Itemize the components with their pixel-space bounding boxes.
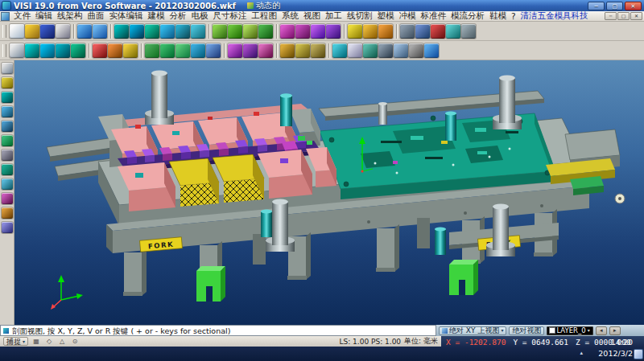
postprocess-icon[interactable] — [378, 43, 393, 58]
taskbar-clock[interactable]: 14:20 2012/3/2 — [598, 337, 633, 359]
menu-item-14[interactable]: 线切割 — [345, 10, 375, 22]
layer-manager-icon[interactable] — [2, 207, 13, 219]
mdi-close-button[interactable]: ✕ — [630, 12, 642, 20]
save-icon[interactable] — [40, 24, 55, 39]
analysis-icon[interactable] — [415, 24, 430, 39]
menu-item-3[interactable]: 线架构 — [55, 10, 85, 22]
boolean-union-icon[interactable] — [326, 24, 341, 39]
calculator-icon[interactable] — [409, 43, 423, 58]
shaded-cube-icon[interactable] — [130, 24, 144, 39]
menu-item-5[interactable]: 实体编辑 — [107, 10, 146, 22]
attributes-icon[interactable] — [2, 222, 13, 233]
ejector-icon[interactable] — [206, 43, 221, 58]
point-icon[interactable] — [378, 24, 393, 39]
datum-plane-icon[interactable] — [348, 24, 362, 39]
punch-icon[interactable] — [243, 43, 258, 58]
cone-icon[interactable] — [191, 24, 205, 39]
menu-item-10[interactable]: 工程图 — [250, 10, 280, 22]
close-button[interactable]: ✕ — [625, 2, 642, 10]
rectangle-icon[interactable] — [71, 43, 85, 58]
print-icon[interactable] — [56, 24, 70, 39]
cooling-icon[interactable] — [191, 43, 205, 58]
viewport-canvas[interactable]: FORK FORK — [14, 60, 644, 325]
mdi-minimize-button[interactable]: ─ — [605, 12, 617, 20]
command-prompt[interactable]: 剖面视图, 按 X, Y, Z, V or R 按键 ( + or - keys… — [0, 325, 436, 336]
absolute-xy-view-button[interactable]: 绝对 XY 上视图 ▾ — [439, 326, 506, 335]
die-plate-icon[interactable] — [258, 43, 273, 58]
sphere-icon[interactable] — [160, 24, 175, 39]
minimize-button[interactable]: ─ — [588, 2, 605, 10]
menu-item-6[interactable]: 建模 — [146, 10, 167, 22]
layer-next-button[interactable]: ▸ — [609, 326, 621, 335]
tray-expand-icon[interactable]: ▴ — [580, 350, 583, 356]
loft-icon[interactable] — [258, 24, 273, 39]
previous-view-icon[interactable] — [2, 150, 13, 161]
cylinder-icon[interactable] — [175, 24, 190, 39]
toolpath-icon[interactable] — [363, 43, 378, 58]
strip-layout-icon[interactable] — [228, 43, 242, 58]
layers-icon[interactable] — [446, 24, 460, 39]
redo-icon[interactable] — [93, 24, 107, 39]
wireframe-mode-icon[interactable] — [2, 178, 13, 190]
absolute-view-button[interactable]: 绝对视图 — [509, 326, 544, 335]
rotate-view-icon[interactable] — [2, 92, 13, 103]
zoom-in-icon[interactable] — [2, 106, 13, 117]
extrude-icon[interactable] — [213, 24, 227, 39]
menu-item-8[interactable]: 电极 — [189, 10, 211, 22]
snap-mode-button[interactable]: 捕捉 ▾ — [3, 337, 28, 346]
circle-icon[interactable] — [56, 43, 70, 58]
tray-icon[interactable] — [634, 350, 642, 359]
menu-item-2[interactable]: 编辑 — [33, 10, 55, 22]
arc-icon[interactable] — [40, 43, 55, 58]
menu-item-18[interactable]: 模流分析 — [448, 10, 487, 22]
mold-base-icon[interactable] — [145, 43, 159, 58]
layer-selector[interactable]: LAYER_0 ▾ — [547, 326, 592, 335]
menu-item-21[interactable]: 清洁五金模具科技 — [518, 10, 591, 22]
settings-gear-icon[interactable] — [461, 24, 476, 39]
menu-item-17[interactable]: 标准件 — [419, 10, 449, 22]
revolve-icon[interactable] — [228, 24, 242, 39]
pan-hand-icon[interactable] — [2, 77, 13, 88]
standard-parts-icon[interactable] — [280, 43, 295, 58]
line-icon[interactable] — [25, 43, 39, 58]
screw-icon[interactable] — [295, 43, 310, 58]
menu-item-9[interactable]: 尺寸标注 — [211, 10, 250, 22]
menu-item-16[interactable]: 冲模 — [397, 10, 419, 22]
midpoint-snap-icon[interactable]: △ — [57, 338, 67, 345]
simulate-icon[interactable] — [332, 43, 347, 58]
undo-icon[interactable] — [77, 24, 92, 39]
spring-icon[interactable] — [311, 43, 325, 58]
menu-item-12[interactable]: 视图 — [301, 10, 323, 22]
menu-item-15[interactable]: 塑模 — [375, 10, 397, 22]
offset-icon[interactable] — [108, 43, 122, 58]
sketch-icon[interactable] — [10, 43, 24, 58]
menu-item-1[interactable]: 文件 — [11, 10, 33, 22]
trim-icon[interactable] — [93, 43, 107, 58]
report-icon[interactable] — [348, 43, 362, 58]
menu-item-4[interactable]: 曲面 — [85, 10, 107, 22]
viewport[interactable]: FORK FORK — [14, 60, 644, 325]
grid-snap-icon[interactable]: ▦ — [31, 338, 41, 345]
shell-icon[interactable] — [311, 24, 325, 39]
shading-mode-icon[interactable] — [2, 164, 13, 175]
database-icon[interactable] — [394, 43, 408, 58]
chamfer-icon[interactable] — [295, 24, 310, 39]
new-file-icon[interactable] — [10, 24, 24, 39]
fillet-icon[interactable] — [280, 24, 295, 39]
hide-show-icon[interactable] — [2, 193, 13, 204]
select-arrow-icon[interactable] — [2, 63, 13, 74]
mdi-restore-button[interactable]: ▢ — [617, 12, 630, 20]
zoom-fit-icon[interactable] — [2, 135, 13, 146]
zoom-out-icon[interactable] — [2, 121, 13, 132]
menu-item-13[interactable]: 加工 — [323, 10, 345, 22]
center-snap-icon[interactable]: ⊙ — [70, 338, 80, 345]
menu-item-7[interactable]: 分析 — [167, 10, 189, 22]
endpoint-snap-icon[interactable]: ◇ — [44, 338, 54, 345]
measure-icon[interactable] — [400, 24, 415, 39]
core-icon[interactable] — [175, 43, 190, 58]
mirror-icon[interactable] — [123, 43, 138, 58]
axis-icon[interactable] — [363, 24, 378, 39]
menu-item-19[interactable]: 鞋模 — [487, 10, 509, 22]
section-icon[interactable] — [431, 24, 445, 39]
solid-cube-icon[interactable] — [145, 24, 159, 39]
